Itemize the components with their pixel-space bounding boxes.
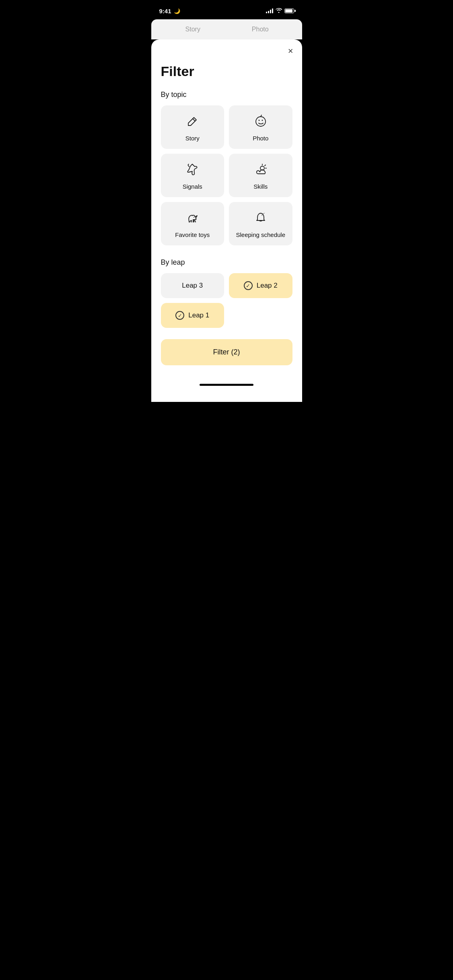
by-topic-label: By topic: [161, 91, 292, 99]
tab-story[interactable]: Story: [159, 23, 227, 35]
toy-horse-icon: [185, 211, 200, 227]
topic-label-favorite-toys: Favorite toys: [175, 231, 210, 238]
svg-point-1: [258, 120, 259, 121]
modal-content: Filter By topic Story: [151, 39, 302, 377]
svg-point-0: [256, 117, 266, 126]
leap-card-leap3[interactable]: Leap 3: [161, 273, 224, 298]
topic-card-signals[interactable]: Signals: [161, 154, 224, 197]
home-indicator: [200, 384, 253, 386]
svg-point-2: [262, 120, 263, 121]
moon-icon: 🌙: [174, 8, 180, 14]
filter-button-label: Filter (2): [213, 348, 240, 356]
tab-photo[interactable]: Photo: [226, 23, 294, 35]
topic-label-skills: Skills: [253, 183, 268, 190]
leap-grid: Leap 3 ✓ Leap 2 ✓ Leap 1: [161, 273, 292, 328]
battery-icon: [284, 8, 294, 13]
by-leap-label: By leap: [161, 258, 292, 267]
status-icons: [266, 8, 294, 14]
filter-modal: × Filter By topic Story: [151, 39, 302, 402]
svg-text:z: z: [264, 212, 265, 214]
wifi-icon: [276, 8, 282, 14]
status-time: 9:41: [159, 8, 171, 14]
lightning-icon: [185, 163, 200, 179]
topic-label-sleeping-schedule: Sleeping schedule: [236, 231, 285, 238]
tab-bar: Story Photo: [151, 19, 302, 39]
filter-button[interactable]: Filter (2): [161, 339, 292, 365]
signal-bars-icon: [266, 8, 273, 13]
leap2-check-icon: ✓: [244, 281, 253, 290]
filter-title: Filter: [161, 64, 292, 79]
topic-label-story: Story: [185, 135, 200, 142]
leap1-label: Leap 1: [188, 311, 209, 319]
close-button[interactable]: ×: [288, 47, 293, 56]
svg-point-7: [194, 217, 194, 218]
leap1-check-icon: ✓: [175, 311, 184, 320]
topic-label-photo: Photo: [253, 135, 268, 142]
topic-card-skills[interactable]: Skills: [229, 154, 292, 197]
topic-card-favorite-toys[interactable]: Favorite toys: [161, 202, 224, 245]
sleep-bell-icon: z z z: [253, 211, 268, 227]
leap3-label: Leap 3: [182, 282, 203, 290]
svg-line-5: [265, 165, 266, 166]
status-bar: 9:41 🌙: [151, 0, 302, 19]
face-icon: [253, 114, 268, 131]
leap2-label: Leap 2: [257, 282, 278, 290]
leap-card-leap2[interactable]: ✓ Leap 2: [229, 273, 292, 298]
topic-card-sleeping-schedule[interactable]: z z z Sleeping schedule: [229, 202, 292, 245]
topic-grid: Story Photo: [161, 105, 292, 245]
topic-card-photo[interactable]: Photo: [229, 105, 292, 149]
topic-card-story[interactable]: Story: [161, 105, 224, 149]
sun-cloud-icon: [253, 163, 268, 179]
pencil-icon: [185, 114, 200, 131]
topic-label-signals: Signals: [183, 183, 202, 190]
leap-card-leap1[interactable]: ✓ Leap 1: [161, 303, 224, 328]
